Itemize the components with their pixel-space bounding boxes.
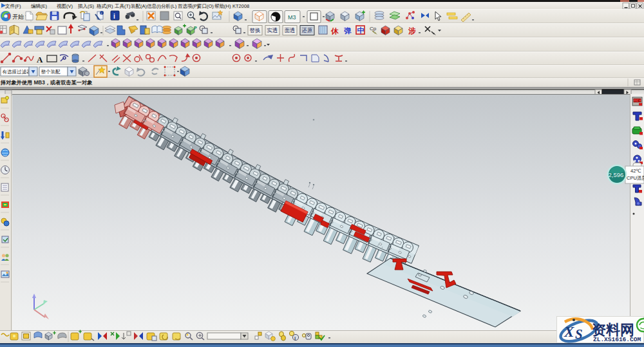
svg-text:S: S xyxy=(575,326,583,342)
svg-text:ZL.XS1616.COM: ZL.XS1616.COM xyxy=(593,336,641,343)
svg-text:X: X xyxy=(564,324,574,340)
